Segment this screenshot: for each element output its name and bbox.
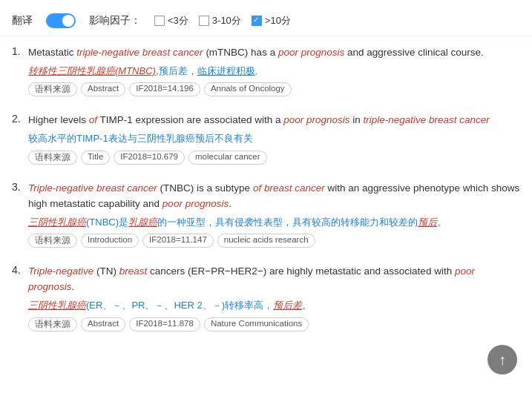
entry-4-num: 4. xyxy=(12,264,28,331)
term-of-2: of xyxy=(89,114,97,125)
tag-journal-1: Annals of Oncology xyxy=(204,82,292,96)
tag-journal-3: nucleic acids research xyxy=(217,234,315,248)
influence-label: 影响因子： xyxy=(89,14,141,27)
term-triple-negative-2: triple-negative breast cancer xyxy=(364,114,490,125)
term-poor-prognosis-4: poor prognosis xyxy=(28,265,475,292)
entry-3-en: Triple-negative breast cancer (TNBC) is … xyxy=(28,181,520,212)
checkbox-lt3[interactable] xyxy=(154,16,165,26)
term-of-breast-3: of breast cancer xyxy=(253,182,325,194)
entry-1-tags: 语料来源 Abstract IF2018=14.196 Annals of On… xyxy=(28,82,520,96)
tag-if-1: IF2018=14.196 xyxy=(129,82,200,96)
term-triple-negative-4: Triple-negative xyxy=(28,265,93,277)
entry-2-num: 2. xyxy=(12,113,28,164)
zh-text-2: 较高水平的TIMP-1表达与三阴性乳腺癌预后不良有关 xyxy=(28,133,253,144)
tag-intro-3[interactable]: Introduction xyxy=(81,234,139,248)
term-triple-negative-3: Triple-negative breast cancer xyxy=(28,182,157,194)
toolbar: 翻译 影响因子： <3分 3-10分 >10分 xyxy=(0,7,532,36)
entry-2-en: Higher levels of TIMP-1 expression are a… xyxy=(28,113,520,128)
entry-1-num: 1. xyxy=(12,45,28,96)
entry-3: 3. Triple-negative breast cancer (TNBC) … xyxy=(12,181,520,251)
translate-label: 翻译 xyxy=(12,14,33,27)
entry-2-tags: 语料来源 Title IF2018=10.679 molecular cance… xyxy=(28,151,520,165)
entry-4: 4. Triple-negative (TN) breast cancers (… xyxy=(12,264,520,334)
entry-3-num: 3. xyxy=(12,181,28,248)
content-area: 1. Metastatic triple-negative breast can… xyxy=(0,36,532,357)
tag-source-3[interactable]: 语料来源 xyxy=(28,234,77,248)
entry-1-zh: 转移性三阴性乳腺癌(MTNBC),预后差，临床进程积极. xyxy=(28,64,520,79)
entry-4-en: Triple-negative (TN) breast cancers (ER−… xyxy=(28,264,520,295)
zh-punct-4: 。 xyxy=(302,300,312,311)
checkbox-gt10[interactable] xyxy=(252,16,262,26)
tag-abstract-1[interactable]: Abstract xyxy=(81,82,125,96)
term-poor-prognosis-3: poor prognosis xyxy=(162,198,229,209)
tag-source-4[interactable]: 语料来源 xyxy=(28,317,77,331)
entry-4-body: Triple-negative (TN) breast cancers (ER−… xyxy=(28,264,520,331)
tag-source-2[interactable]: 语料来源 xyxy=(28,151,77,165)
tag-if-4: IF2018=11.878 xyxy=(129,317,200,331)
zh-text-3b: 的一种亚型，具有侵袭性表型，具有较高的转移能力和较差的 xyxy=(157,217,418,228)
entry-3-tags: 语料来源 Introduction IF2018=11.147 nucleic … xyxy=(28,234,520,248)
filter-group: <3分 3-10分 >10分 xyxy=(154,14,291,27)
entry-2: 2. Higher levels of TIMP-1 expression ar… xyxy=(12,113,520,167)
entry-2-zh: 较高水平的TIMP-1表达与三阴性乳腺癌预后不良有关 xyxy=(28,131,520,146)
zh-text-1a: ,预后差， xyxy=(156,65,197,76)
entry-1-en: Metastatic triple-negative breast cancer… xyxy=(28,45,520,61)
tag-journal-4: Nature Communications xyxy=(204,317,309,331)
zh-text-4a: (ER、－、PR、－、HER 2、－)转移率高， xyxy=(86,300,273,311)
scroll-top-icon: ↑ xyxy=(499,352,506,369)
translate-toggle[interactable] xyxy=(46,13,76,28)
filter-3to10-label: 3-10分 xyxy=(212,14,241,27)
filter-lt3-label: <3分 xyxy=(168,14,188,27)
entry-1-body: Metastatic triple-negative breast cancer… xyxy=(28,45,520,96)
zh-term-4b: 预后差 xyxy=(273,300,302,311)
filter-3to10[interactable]: 3-10分 xyxy=(199,14,241,27)
filter-gt10-label: >10分 xyxy=(265,14,291,27)
entry-1: 1. Metastatic triple-negative breast can… xyxy=(12,45,520,99)
term-triple-negative-1: triple-negative breast cancer xyxy=(76,47,203,58)
zh-term-4a: 三阴性乳腺癌 xyxy=(28,300,86,311)
tag-abstract-4[interactable]: Abstract xyxy=(81,317,125,331)
zh-term-3a: 三阴性乳腺癌 xyxy=(28,217,86,228)
entry-3-zh: 三阴性乳腺癌(TNBC)是乳腺癌的一种亚型，具有侵袭性表型，具有较高的转移能力和… xyxy=(28,215,520,230)
tag-title-2[interactable]: Title xyxy=(81,151,110,165)
tag-if-2: IF2018=10.679 xyxy=(114,151,185,165)
zh-term-1: 转移性三阴性乳腺癌(MTNBC) xyxy=(28,65,156,76)
term-poor-prognosis-2: poor prognosis xyxy=(283,114,349,125)
term-breast-4: breast xyxy=(119,265,148,277)
scroll-top-button[interactable]: ↑ xyxy=(487,345,517,375)
filter-gt10[interactable]: >10分 xyxy=(252,14,291,27)
checkbox-3to10[interactable] xyxy=(199,16,209,26)
zh-term-3b: 乳腺癌 xyxy=(128,217,157,228)
zh-term-1b: 临床进程积极 xyxy=(197,65,255,76)
zh-term-3c: 预后 xyxy=(418,217,437,228)
entry-3-body: Triple-negative breast cancer (TNBC) is … xyxy=(28,181,520,248)
tag-if-3: IF2018=11.147 xyxy=(142,234,214,248)
tag-journal-2: molecular cancer xyxy=(188,151,267,165)
term-poor-prognosis-1: poor prognosis xyxy=(278,47,344,58)
zh-punct-3: 。 xyxy=(437,217,447,228)
filter-lt3[interactable]: <3分 xyxy=(154,14,188,27)
entry-2-body: Higher levels of TIMP-1 expression are a… xyxy=(28,113,520,164)
entry-4-tags: 语料来源 Abstract IF2018=11.878 Nature Commu… xyxy=(28,317,520,331)
zh-punct-1: . xyxy=(255,65,258,76)
entry-4-zh: 三阴性乳腺癌(ER、－、PR、－、HER 2、－)转移率高，预后差。 xyxy=(28,298,520,313)
zh-text-3a: (TNBC)是 xyxy=(86,217,128,228)
tag-source-1[interactable]: 语料来源 xyxy=(28,82,77,96)
